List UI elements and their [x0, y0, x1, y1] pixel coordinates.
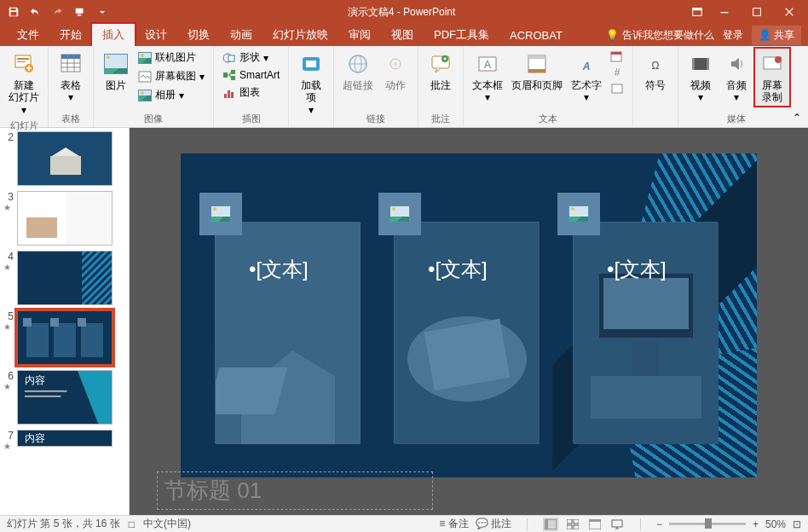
date-time-button[interactable] — [607, 49, 627, 64]
slide-sorter-button[interactable] — [565, 518, 580, 531]
picture-button[interactable]: 图片 ▾ — [99, 49, 133, 106]
maximize-button[interactable] — [742, 3, 772, 21]
wordart-button[interactable]: A 艺术字 ▾ — [568, 49, 605, 106]
tab-view[interactable]: 视图 — [381, 24, 424, 46]
slide-editor[interactable]: •[文本] •[文本] •[文本] 节标题 01 — [130, 128, 808, 515]
tab-slideshow[interactable]: 幻灯片放映 — [263, 24, 338, 46]
svg-rect-55 — [82, 252, 113, 305]
hyperlink-button[interactable]: 超链接 — [339, 49, 377, 93]
audio-button[interactable]: 音频 ▾ — [719, 49, 753, 106]
svg-rect-36 — [528, 69, 545, 72]
quick-access-toolbar — [0, 3, 116, 21]
start-from-beginning-button[interactable] — [70, 3, 90, 21]
ribbon-display-options-button[interactable] — [687, 3, 707, 21]
image-placeholder-icon[interactable] — [557, 193, 600, 235]
minimize-button[interactable] — [709, 3, 740, 21]
svg-rect-89 — [589, 519, 601, 522]
tab-acrobat[interactable]: ACROBAT — [499, 26, 573, 45]
table-button[interactable]: 表格 ▾ — [54, 49, 88, 106]
thumbnail-item[interactable]: 2 — [3, 131, 125, 186]
zoom-out-button[interactable]: − — [656, 518, 662, 530]
collapse-ribbon-button[interactable]: ⌃ — [793, 112, 801, 124]
textbox-button[interactable]: A 文本框 ▾ — [469, 49, 506, 106]
text-placeholder[interactable]: •[文本] — [428, 256, 488, 283]
spellcheck-icon[interactable]: □ — [129, 518, 135, 530]
undo-button[interactable] — [26, 3, 46, 21]
svg-rect-41 — [612, 84, 622, 93]
workspace: 2 3★ 4★ 5★ 6★ 内容━━━━━━━━━━━━━ 7★ 内容 — [0, 128, 808, 515]
notes-placeholder[interactable]: 节标题 01 — [157, 471, 433, 510]
tab-insert[interactable]: 插入 — [92, 24, 135, 46]
save-button[interactable] — [3, 3, 24, 21]
sign-in-link[interactable]: 登录 — [723, 28, 743, 43]
screen-recording-button[interactable]: 屏幕 录制 — [755, 49, 789, 106]
normal-view-button[interactable] — [543, 518, 558, 531]
zoom-level[interactable]: 50% — [765, 518, 786, 530]
slide-canvas[interactable]: •[文本] •[文本] •[文本] — [181, 153, 757, 477]
tab-animations[interactable]: 动画 — [220, 24, 263, 46]
action-button[interactable]: 动作 — [378, 49, 413, 93]
image-placeholder-icon[interactable] — [378, 193, 421, 235]
notes-toggle[interactable]: ≡ 备注 — [439, 517, 468, 531]
window-title: 演示文稿4 - PowerPoint — [116, 5, 687, 20]
addin-button[interactable]: 加载 项 ▾ — [294, 49, 328, 118]
svg-rect-18 — [231, 70, 235, 74]
tell-me-area[interactable]: 💡 告诉我您想要做什么 登录 👤 共享 — [606, 26, 801, 45]
photo-album-button[interactable]: 相册▾ — [135, 86, 208, 104]
tab-file[interactable]: 文件 — [7, 24, 49, 46]
thumbnail-item[interactable]: 7★ 内容 — [3, 430, 125, 451]
header-footer-button[interactable]: 页眉和页脚 — [508, 49, 566, 93]
svg-rect-63 — [78, 318, 86, 327]
new-slide-button[interactable]: 新建 幻灯片 ▾ — [5, 49, 43, 118]
svg-rect-16 — [228, 55, 234, 61]
image-placeholder-icon[interactable] — [199, 193, 242, 235]
screenshot-button[interactable]: 屏幕截图▾ — [135, 67, 208, 85]
tab-pdf[interactable]: PDF工具集 — [424, 24, 499, 46]
zoom-slider[interactable] — [669, 523, 746, 525]
slideshow-button[interactable] — [609, 518, 625, 531]
slide-number-button[interactable]: # — [607, 65, 627, 80]
window-controls — [687, 3, 808, 21]
video-button[interactable]: 视频 ▾ — [684, 49, 718, 106]
fit-to-window-button[interactable]: ⊡ — [793, 518, 801, 530]
thumbnail-item[interactable]: 5★ — [3, 310, 125, 365]
comment-button[interactable]: 批注 — [424, 49, 458, 93]
chart-button[interactable]: 图表 — [219, 84, 283, 101]
tab-design[interactable]: 设计 — [135, 24, 177, 46]
svg-rect-83 — [545, 519, 548, 529]
svg-rect-6 — [17, 61, 26, 62]
zoom-in-button[interactable]: + — [753, 518, 759, 530]
comments-toggle[interactable]: 💬 批注 — [476, 517, 511, 531]
text-placeholder[interactable]: •[文本] — [607, 256, 667, 283]
svg-text:A: A — [582, 61, 591, 72]
slide-thumbnails-panel[interactable]: 2 3★ 4★ 5★ 6★ 内容━━━━━━━━━━━━━ 7★ 内容 — [0, 128, 130, 515]
svg-rect-58 — [26, 323, 49, 357]
slide-counter[interactable]: 幻灯片 第 5 张，共 16 张 — [7, 517, 120, 531]
tab-review[interactable]: 审阅 — [338, 24, 381, 46]
svg-rect-35 — [528, 55, 545, 59]
shapes-button[interactable]: 形状▾ — [219, 49, 283, 66]
svg-point-47 — [775, 56, 782, 63]
chevron-down-icon: ▾ — [698, 91, 703, 103]
object-button[interactable] — [607, 81, 627, 96]
svg-rect-61 — [23, 318, 32, 327]
lightbulb-icon: 💡 — [606, 29, 619, 41]
thumbnail-item[interactable]: 4★ — [3, 251, 125, 305]
svg-rect-86 — [567, 525, 572, 529]
language-indicator[interactable]: 中文(中国) — [143, 517, 191, 531]
thumbnail-item[interactable]: 3★ — [3, 191, 125, 246]
tab-home[interactable]: 开始 — [49, 24, 92, 46]
online-picture-button[interactable]: 联机图片 — [135, 49, 208, 66]
thumbnail-item[interactable]: 6★ 内容━━━━━━━━━━━━━ — [3, 370, 125, 425]
qat-customize-button[interactable] — [92, 3, 113, 21]
svg-text:内容: 内容 — [25, 374, 45, 386]
symbol-button[interactable]: Ω 符号 — [638, 49, 672, 93]
tab-transitions[interactable]: 切换 — [177, 24, 220, 46]
svg-rect-59 — [54, 323, 76, 357]
close-button[interactable] — [774, 3, 805, 21]
reading-view-button[interactable] — [587, 518, 603, 531]
redo-button[interactable] — [48, 3, 68, 21]
smartart-button[interactable]: SmartArt — [219, 67, 283, 83]
share-button[interactable]: 👤 共享 — [752, 26, 801, 45]
text-placeholder[interactable]: •[文本] — [249, 256, 309, 283]
